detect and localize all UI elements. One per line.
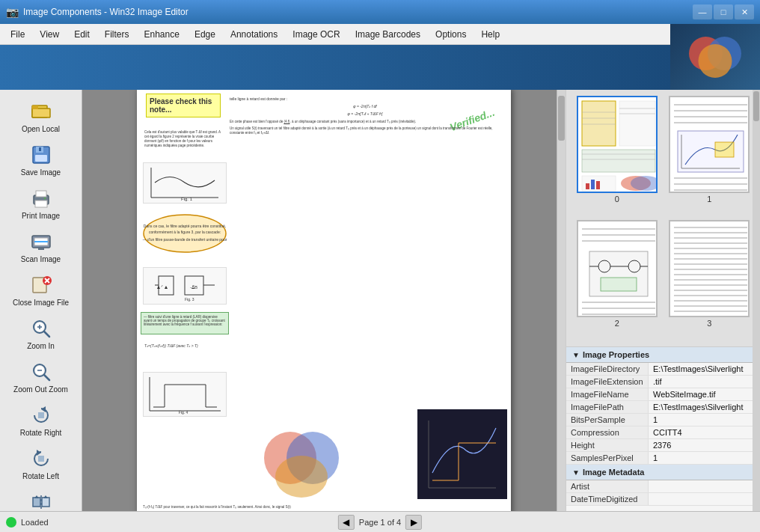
properties-panel: ▼ Image Properties ImageFileDirectory E:… bbox=[566, 346, 760, 511]
menu-options[interactable]: Options bbox=[428, 26, 474, 43]
svg-rect-75 bbox=[591, 180, 595, 189]
svg-rect-74 bbox=[586, 183, 589, 189]
menu-filters[interactable]: Filters bbox=[97, 26, 137, 43]
rotate-right-label: Rotate Right bbox=[20, 429, 62, 438]
prop-row-compression: Compression CCITT4 bbox=[566, 426, 760, 439]
menu-help[interactable]: Help bbox=[474, 26, 507, 43]
prev-page-button[interactable]: ◀ bbox=[338, 515, 355, 530]
zoom-in-button[interactable]: Zoom In bbox=[7, 313, 75, 355]
zoom-out-label: Zoom Out Zoom bbox=[13, 385, 68, 394]
image-properties-header[interactable]: ▼ Image Properties bbox=[566, 347, 760, 363]
rotate-left-button[interactable]: Rotate Left bbox=[7, 443, 75, 485]
scan-image-button[interactable]: Scan Image bbox=[7, 226, 75, 268]
doc-scrollbar[interactable] bbox=[557, 90, 566, 511]
rotate-left-label: Rotate Left bbox=[22, 472, 59, 481]
prop-val-ifp: E:\TestImages\Silverlight bbox=[649, 401, 760, 413]
menu-file[interactable]: File bbox=[3, 26, 32, 43]
maximize-button[interactable]: □ bbox=[714, 4, 733, 19]
svg-rect-6 bbox=[39, 147, 41, 151]
zoom-out-button[interactable]: Zoom Out Zoom bbox=[7, 356, 75, 398]
svg-text:-Δ̃B: -Δ̃B bbox=[190, 285, 197, 290]
thumb-img-0 bbox=[577, 96, 658, 193]
doc-footer-text: T₀-(f-f₀) T/ΔF pour traverser, ce qui la… bbox=[143, 505, 507, 510]
menu-annotations[interactable]: Annotations bbox=[223, 26, 285, 43]
prop-scrollbar[interactable] bbox=[753, 346, 760, 511]
thumbnail-2[interactable]: 2 bbox=[572, 220, 662, 341]
open-local-button[interactable]: Open Local bbox=[7, 96, 75, 138]
svg-rect-99 bbox=[601, 278, 637, 291]
prop-key-artist: Artist bbox=[566, 480, 649, 492]
status-text: Loaded bbox=[21, 518, 49, 527]
print-image-label: Print Image bbox=[22, 212, 60, 221]
svg-text:Fig. 3: Fig. 3 bbox=[185, 297, 194, 302]
menubar: File View Edit Filters Enhance Edge Anno… bbox=[0, 24, 670, 45]
svg-rect-1 bbox=[32, 108, 50, 117]
rotate-right-button[interactable]: Rotate Right bbox=[7, 400, 75, 441]
menu-image-ocr[interactable]: Image OCR bbox=[285, 26, 347, 43]
doc-graph-dark bbox=[417, 409, 507, 499]
doc-oval-annotation: Dans ce cas, le filtre adapté pourra êtr… bbox=[141, 211, 229, 256]
image-metadata-header[interactable]: ▼ Image Metadata bbox=[566, 465, 760, 480]
flip-rotation-button[interactable]: Flip Rotation bbox=[7, 486, 75, 511]
note-title: Please check this note... bbox=[150, 97, 217, 114]
prop-val-artist bbox=[649, 480, 760, 492]
menu-image-barcodes[interactable]: Image Barcodes bbox=[348, 26, 428, 43]
thumbnail-0[interactable]: 0 bbox=[572, 96, 662, 217]
open-local-label: Open Local bbox=[22, 125, 60, 134]
doc-venn bbox=[257, 424, 346, 499]
next-page-button[interactable]: ▶ bbox=[405, 515, 422, 530]
prop-key-height: Height bbox=[566, 439, 649, 451]
thumbnail-1[interactable]: 1 bbox=[665, 96, 755, 217]
prop-key-ife: ImageFileExtension bbox=[566, 376, 649, 388]
prop-key-ifp: ImageFilePath bbox=[566, 401, 649, 413]
print-image-button[interactable]: Print Image bbox=[7, 183, 75, 224]
menu-enhance[interactable]: Enhance bbox=[137, 26, 187, 43]
minimize-button[interactable]: — bbox=[693, 4, 712, 19]
svg-rect-68 bbox=[582, 150, 655, 172]
save-image-label: Save Image bbox=[21, 168, 61, 177]
flip-rotation-icon bbox=[29, 490, 53, 511]
svg-rect-9 bbox=[35, 201, 47, 207]
svg-marker-36 bbox=[43, 495, 48, 498]
svg-text:Fig. 4: Fig. 4 bbox=[178, 410, 188, 415]
rotate-left-icon bbox=[29, 447, 53, 471]
svg-line-23 bbox=[44, 331, 49, 337]
image-metadata-title: Image Metadata bbox=[583, 468, 645, 477]
svg-rect-33 bbox=[42, 498, 49, 507]
menu-view[interactable]: View bbox=[32, 26, 67, 43]
menu-edit[interactable]: Edit bbox=[67, 26, 97, 43]
prop-row-datetimedigitized: DateTimeDigitized bbox=[566, 493, 760, 506]
prop-val-ife: .tif bbox=[649, 376, 760, 388]
scan-image-label: Scan Image bbox=[21, 255, 61, 264]
svg-text:conformément à la figure 3, pa: conformément à la figure 3, par la casca… bbox=[149, 230, 221, 234]
thumb-label-0: 0 bbox=[615, 195, 619, 204]
thumb-img-3 bbox=[669, 220, 750, 317]
prop-val-height: 2376 bbox=[649, 439, 760, 451]
thumbnail-3[interactable]: 3 bbox=[665, 220, 755, 341]
menu-edge[interactable]: Edge bbox=[187, 26, 223, 43]
prop-val-bps: 1 bbox=[649, 414, 760, 426]
save-image-icon bbox=[29, 143, 53, 167]
svg-rect-8 bbox=[36, 191, 46, 197]
prop-key-spp: SamplesPerPixel bbox=[566, 452, 649, 464]
close-image-file-button[interactable]: Close Image File bbox=[7, 269, 75, 311]
svg-rect-61 bbox=[582, 101, 616, 146]
svg-text:Fig. 1: Fig. 1 bbox=[181, 197, 193, 201]
rotate-right-icon bbox=[29, 403, 53, 427]
prop-key-bps: BitsPerSample bbox=[566, 414, 649, 426]
zoom-out-icon bbox=[29, 360, 53, 384]
svg-marker-28 bbox=[41, 406, 46, 412]
doc-scrollbar-thumb[interactable] bbox=[558, 96, 565, 141]
save-image-button[interactable]: Save Image bbox=[7, 139, 75, 181]
svg-rect-85 bbox=[715, 142, 734, 157]
close-button[interactable]: ✕ bbox=[735, 4, 754, 19]
nav-area: ◀ Page 1 of 4 ▶ bbox=[338, 515, 422, 530]
toolbar: Open Local Save Image Print Image bbox=[0, 90, 82, 511]
doc-fig1: Fig. 1 bbox=[143, 162, 227, 204]
svg-point-56 bbox=[275, 456, 328, 498]
doc-note-box: Please check this note... bbox=[146, 94, 221, 117]
doc-highlight-green: — filtre suivi d'une ligne à retard (LAR… bbox=[141, 312, 229, 334]
svg-text:— d'un filtre passe-bande de t: — d'un filtre passe-bande de transfert u… bbox=[143, 237, 227, 242]
document-viewer[interactable]: Please check this note... Verified... te… bbox=[82, 90, 566, 511]
print-image-icon bbox=[29, 186, 53, 210]
